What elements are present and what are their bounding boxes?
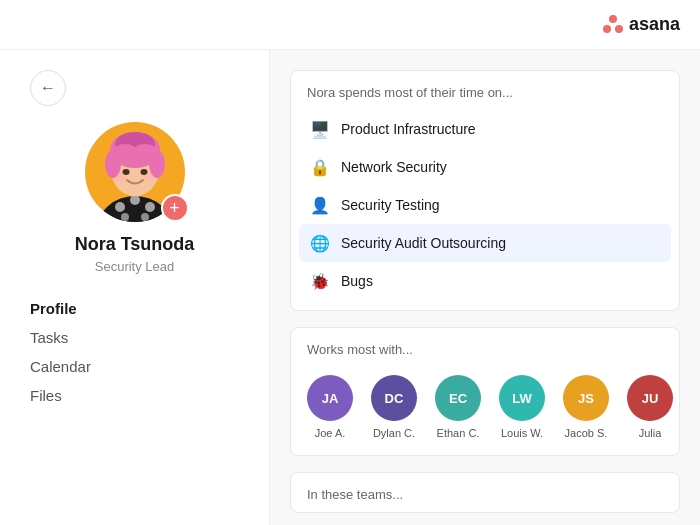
project-item[interactable]: 🖥️ Product Infrastructure xyxy=(299,110,671,148)
nav-item-profile[interactable]: Profile xyxy=(30,294,239,323)
avatar-wrapper: + xyxy=(85,122,185,222)
nav-item-calendar[interactable]: Calendar xyxy=(30,352,239,381)
collaborator-name: Ethan C. xyxy=(437,427,480,439)
project-list: 🖥️ Product Infrastructure 🔒 Network Secu… xyxy=(291,110,679,310)
collaborator-avatar: JU xyxy=(627,375,673,421)
project-item[interactable]: 🔒 Network Security xyxy=(299,148,671,186)
collaborator-avatar: JS xyxy=(563,375,609,421)
svg-point-1 xyxy=(603,25,611,33)
nav-item-files[interactable]: Files xyxy=(30,381,239,410)
user-name: Nora Tsunoda xyxy=(75,234,195,255)
svg-point-7 xyxy=(145,202,155,212)
project-name: Security Testing xyxy=(341,197,440,213)
avatar-section: + Nora Tsunoda Security Lead xyxy=(30,122,239,274)
project-name: Security Audit Outsourcing xyxy=(341,235,506,251)
svg-point-17 xyxy=(133,144,157,160)
teams-card: In these teams... xyxy=(290,472,680,513)
collaborator[interactable]: JU Julia xyxy=(627,375,673,439)
svg-point-5 xyxy=(115,202,125,212)
collaborator[interactable]: JA Joe A. xyxy=(307,375,353,439)
svg-point-9 xyxy=(141,213,149,221)
collaborator-name: Dylan C. xyxy=(373,427,415,439)
project-name: Product Infrastructure xyxy=(341,121,476,137)
collaborator-avatar: DC xyxy=(371,375,417,421)
collaborators-header: Works most with... xyxy=(291,328,679,367)
collaborator-name: Louis W. xyxy=(501,427,543,439)
collaborator-avatar: EC xyxy=(435,375,481,421)
project-icon: 👤 xyxy=(309,194,331,216)
user-role: Security Lead xyxy=(95,259,175,274)
svg-point-6 xyxy=(130,195,140,205)
collaborator[interactable]: LW Louis W. xyxy=(499,375,545,439)
back-arrow-icon: ← xyxy=(40,79,56,97)
project-icon: 🐞 xyxy=(309,270,331,292)
collaborators-row: JA Joe A. DC Dylan C. EC Ethan C. LW Lou… xyxy=(291,367,679,455)
svg-point-2 xyxy=(615,25,623,33)
project-item[interactable]: 👤 Security Testing xyxy=(299,186,671,224)
collaborator-name: Joe A. xyxy=(315,427,346,439)
collaborator-avatar: JA xyxy=(307,375,353,421)
profile-nav: Profile Tasks Calendar Files xyxy=(30,294,239,410)
nav-item-tasks[interactable]: Tasks xyxy=(30,323,239,352)
logo-text: asana xyxy=(629,14,680,35)
time-section-header: Nora spends most of their time on... xyxy=(291,71,679,110)
svg-point-20 xyxy=(116,173,126,183)
main-content: ← xyxy=(0,50,700,525)
collaborator[interactable]: JS Jacob S. xyxy=(563,375,609,439)
svg-point-0 xyxy=(609,15,617,23)
collaborators-card: Works most with... JA Joe A. DC Dylan C.… xyxy=(290,327,680,456)
collaborator-name: Julia xyxy=(639,427,662,439)
right-panel: Nora spends most of their time on... 🖥️ … xyxy=(270,50,700,525)
project-item[interactable]: 🌐 Security Audit Outsourcing xyxy=(299,224,671,262)
asana-dots-icon xyxy=(603,15,623,35)
project-item[interactable]: 🐞 Bugs xyxy=(299,262,671,300)
project-name: Bugs xyxy=(341,273,373,289)
profile-sidebar: ← xyxy=(0,50,270,525)
collaborator-name: Jacob S. xyxy=(565,427,608,439)
project-icon: 🔒 xyxy=(309,156,331,178)
svg-point-8 xyxy=(121,213,129,221)
app-container: asana ← xyxy=(0,0,700,525)
time-section-card: Nora spends most of their time on... 🖥️ … xyxy=(290,70,680,311)
svg-point-21 xyxy=(144,173,154,183)
project-icon: 🖥️ xyxy=(309,118,331,140)
teams-section-header: In these teams... xyxy=(291,473,679,512)
asana-logo: asana xyxy=(603,14,680,35)
collaborator-avatar: LW xyxy=(499,375,545,421)
back-button[interactable]: ← xyxy=(30,70,66,106)
collaborator[interactable]: EC Ethan C. xyxy=(435,375,481,439)
project-name: Network Security xyxy=(341,159,447,175)
top-bar: asana xyxy=(0,0,700,50)
add-button[interactable]: + xyxy=(161,194,189,222)
project-icon: 🌐 xyxy=(309,232,331,254)
collaborator[interactable]: DC Dylan C. xyxy=(371,375,417,439)
